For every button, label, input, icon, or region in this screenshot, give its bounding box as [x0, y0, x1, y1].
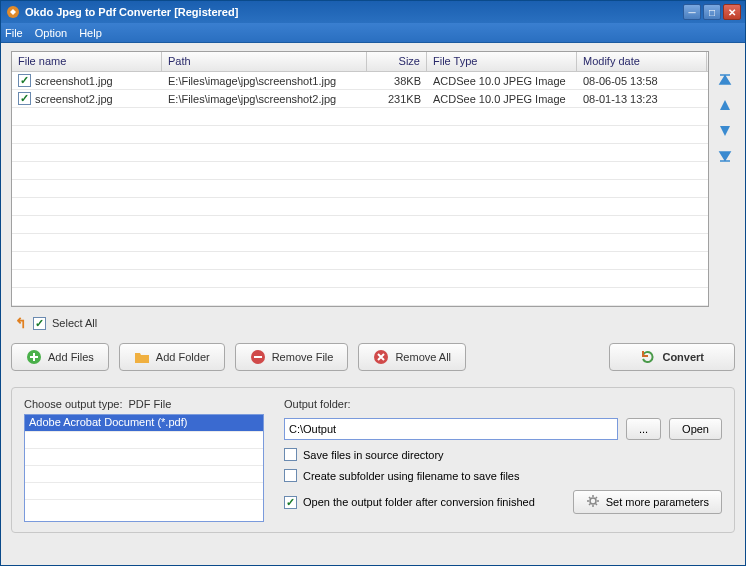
menubar: File Option Help: [1, 23, 745, 43]
menu-file[interactable]: File: [5, 27, 23, 39]
remove-all-button[interactable]: Remove All: [358, 343, 466, 371]
select-all-checkbox[interactable]: [33, 317, 46, 330]
remove-file-button[interactable]: Remove File: [235, 343, 349, 371]
header-date[interactable]: Modify date: [577, 52, 707, 71]
cell-size: 38KB: [367, 75, 427, 87]
close-button[interactable]: ✕: [723, 4, 741, 20]
svg-line-11: [589, 504, 591, 506]
row-checkbox[interactable]: [18, 92, 31, 105]
table-row: [12, 270, 708, 288]
open-after-checkbox[interactable]: [284, 496, 297, 509]
convert-button[interactable]: Convert: [609, 343, 735, 371]
up-arrow-icon: ↰: [15, 315, 27, 331]
cell-filename: screenshot2.jpg: [35, 93, 113, 105]
table-row: [12, 198, 708, 216]
remove-icon: [250, 349, 266, 365]
table-row: [12, 108, 708, 126]
svg-line-12: [595, 497, 597, 499]
choose-type-label: Choose output type:: [24, 398, 122, 410]
titlebar: Okdo Jpeg to Pdf Converter [Registered] …: [1, 1, 745, 23]
table-header: File name Path Size File Type Modify dat…: [12, 52, 708, 72]
table-row: [12, 162, 708, 180]
select-all-row: ↰ Select All: [11, 313, 735, 333]
minimize-button[interactable]: ─: [683, 4, 701, 20]
table-row: [12, 288, 708, 306]
header-type[interactable]: File Type: [427, 52, 577, 71]
output-panel: Choose output type: PDF File Adobe Acrob…: [11, 387, 735, 533]
cell-path: E:\Files\image\jpg\screenshot1.jpg: [162, 75, 367, 87]
save-in-source-label: Save files in source directory: [303, 449, 444, 461]
output-folder-label: Output folder:: [284, 398, 722, 410]
menu-help[interactable]: Help: [79, 27, 102, 39]
cell-date: 08-01-13 13:23: [577, 93, 707, 105]
table-row: [12, 180, 708, 198]
type-header: PDF File: [128, 398, 171, 410]
open-after-label: Open the output folder after conversion …: [303, 496, 535, 508]
move-bottom-button[interactable]: [717, 149, 733, 165]
gear-icon: [586, 494, 600, 510]
output-type-option[interactable]: Adobe Acrobat Document (*.pdf): [25, 415, 263, 432]
header-filename[interactable]: File name: [12, 52, 162, 71]
open-folder-button[interactable]: Open: [669, 418, 722, 440]
add-icon: [26, 349, 42, 365]
window-title: Okdo Jpeg to Pdf Converter [Registered]: [25, 6, 683, 18]
select-all-label: Select All: [52, 317, 97, 329]
browse-button[interactable]: ...: [626, 418, 661, 440]
menu-option[interactable]: Option: [35, 27, 67, 39]
svg-line-10: [595, 504, 597, 506]
header-size[interactable]: Size: [367, 52, 427, 71]
cell-filename: screenshot1.jpg: [35, 75, 113, 87]
remove-all-icon: [373, 349, 389, 365]
create-subfolder-checkbox[interactable]: [284, 469, 297, 482]
add-files-button[interactable]: Add Files: [11, 343, 109, 371]
cell-date: 08-06-05 13:58: [577, 75, 707, 87]
row-checkbox[interactable]: [18, 74, 31, 87]
action-buttons: Add Files Add Folder Remove File Remove …: [11, 339, 735, 381]
move-top-button[interactable]: [717, 71, 733, 87]
table-body: screenshot1.jpgE:\Files\image\jpg\screen…: [12, 72, 708, 306]
table-row: [12, 144, 708, 162]
cell-size: 231KB: [367, 93, 427, 105]
move-up-button[interactable]: [717, 97, 733, 113]
table-row[interactable]: screenshot2.jpgE:\Files\image\jpg\screen…: [12, 90, 708, 108]
table-row[interactable]: screenshot1.jpgE:\Files\image\jpg\screen…: [12, 72, 708, 90]
save-in-source-checkbox[interactable]: [284, 448, 297, 461]
content-area: File name Path Size File Type Modify dat…: [1, 43, 745, 565]
svg-line-9: [589, 497, 591, 499]
reorder-controls: [715, 51, 735, 307]
cell-type: ACDSee 10.0 JPEG Image: [427, 93, 577, 105]
table-row: [12, 216, 708, 234]
table-row: [12, 126, 708, 144]
move-down-button[interactable]: [717, 123, 733, 139]
cell-path: E:\Files\image\jpg\screenshot2.jpg: [162, 93, 367, 105]
output-folder-input[interactable]: [284, 418, 618, 440]
app-window: Okdo Jpeg to Pdf Converter [Registered] …: [0, 0, 746, 566]
cell-type: ACDSee 10.0 JPEG Image: [427, 75, 577, 87]
header-path[interactable]: Path: [162, 52, 367, 71]
output-type-list[interactable]: Adobe Acrobat Document (*.pdf): [24, 414, 264, 522]
file-table: File name Path Size File Type Modify dat…: [11, 51, 709, 307]
folder-icon: [134, 349, 150, 365]
app-icon: [5, 4, 21, 20]
table-row: [12, 234, 708, 252]
table-row: [12, 252, 708, 270]
create-subfolder-label: Create subfolder using filename to save …: [303, 470, 519, 482]
more-parameters-button[interactable]: Set more parameters: [573, 490, 722, 514]
maximize-button[interactable]: □: [703, 4, 721, 20]
convert-icon: [640, 349, 656, 365]
add-folder-button[interactable]: Add Folder: [119, 343, 225, 371]
svg-point-4: [590, 498, 596, 504]
